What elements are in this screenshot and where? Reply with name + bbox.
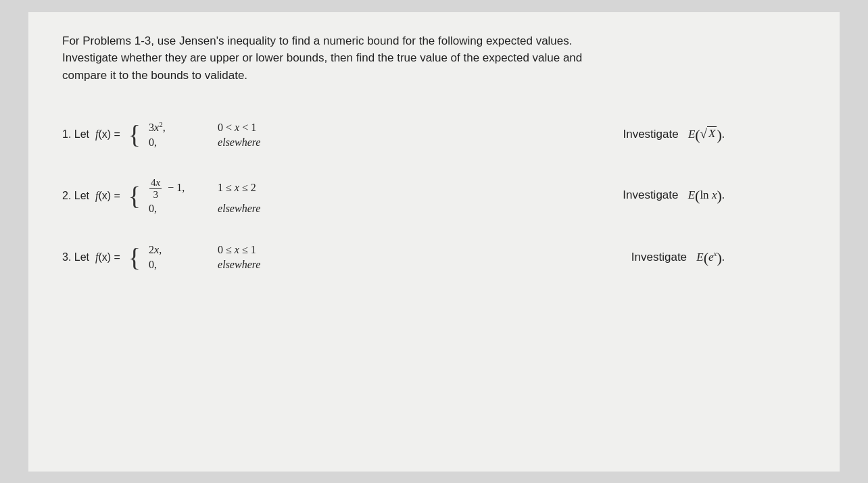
- problem-2-inv-expr: E(ln x).: [688, 188, 725, 201]
- problem-2-row: 2. Let f(x) = { 4x 3 − 1, 1 ≤ x ≤ 2: [62, 165, 806, 227]
- problem-3-expr2: 0,: [149, 259, 210, 271]
- problem-2-expr2: 0,: [149, 203, 210, 215]
- intro-line3: compare it to the bounds to validate.: [62, 69, 247, 82]
- problem-1-inv-expr: E(√X).: [688, 128, 725, 141]
- problem-3-brace: {: [128, 245, 141, 270]
- problem-1-cases: 3x2, 0 < x < 1 0, elsewhere: [149, 120, 260, 149]
- problems-list: 1. Let f(x) = { 3x2, 0 < x < 1 0, elsewh…: [62, 104, 806, 288]
- intro-paragraph: For Problems 1-3, use Jensen's inequalit…: [62, 32, 806, 84]
- problem-2-brace: {: [128, 183, 141, 209]
- problem-1-brace: {: [128, 122, 141, 147]
- problem-1-investigate: Investigate E(√X).: [623, 126, 725, 143]
- problem-3-cond1: 0 ≤ x ≤ 1: [218, 244, 256, 256]
- problem-2-label: 2. Let f(x) =: [62, 190, 120, 202]
- problem-3-inv-expr: E(ex).: [696, 251, 725, 263]
- problem-1-cond2: elsewhere: [218, 136, 260, 149]
- problem-2-case1: 4x 3 − 1, 1 ≤ x ≤ 2: [149, 177, 260, 200]
- problem-3-inv-label: Investigate: [631, 251, 694, 263]
- problem-2-cases: 4x 3 − 1, 1 ≤ x ≤ 2 0, elsewhere: [149, 177, 260, 215]
- problem-2-case2: 0, elsewhere: [149, 203, 260, 215]
- problem-3-investigate: Investigate E(ex).: [631, 249, 725, 265]
- problem-3-case1: 2x, 0 ≤ x ≤ 1: [149, 244, 260, 256]
- problem-1-row: 1. Let f(x) = { 3x2, 0 < x < 1 0, elsewh…: [62, 104, 806, 165]
- problem-3-expr1: 2x,: [149, 244, 210, 256]
- problem-3-left: 3. Let f(x) = { 2x, 0 ≤ x ≤ 1 0, elsewhe…: [62, 244, 260, 271]
- problem-2-expr1: 4x 3 − 1,: [149, 177, 210, 200]
- problem-3-cases: 2x, 0 ≤ x ≤ 1 0, elsewhere: [149, 244, 260, 271]
- problem-2-investigate: Investigate E(ln x).: [623, 188, 725, 203]
- main-page: For Problems 1-3, use Jensen's inequalit…: [28, 12, 840, 472]
- problem-3-row: 3. Let f(x) = { 2x, 0 ≤ x ≤ 1 0, elsewhe…: [62, 227, 806, 288]
- problem-1-cond1: 0 < x < 1: [218, 122, 256, 134]
- problem-3-label: 3. Let f(x) =: [62, 251, 120, 263]
- problem-1-inv-label: Investigate: [623, 128, 685, 141]
- intro-line1: For Problems 1-3, use Jensen's inequalit…: [62, 34, 573, 47]
- problem-1-expr1: 3x2,: [149, 120, 210, 134]
- problem-2-cond1: 1 ≤ x ≤ 2: [218, 182, 256, 194]
- problem-3-cond2: elsewhere: [218, 259, 260, 271]
- problem-2-cond2: elsewhere: [218, 203, 260, 215]
- problem-1-left: 1. Let f(x) = { 3x2, 0 < x < 1 0, elsewh…: [62, 120, 260, 149]
- problem-3-case2: 0, elsewhere: [149, 259, 260, 271]
- problem-2-left: 2. Let f(x) = { 4x 3 − 1, 1 ≤ x ≤ 2: [62, 177, 260, 215]
- problem-1-label: 1. Let f(x) =: [62, 128, 120, 141]
- problem-1-expr2: 0,: [149, 136, 210, 149]
- problem-2-inv-label: Investigate: [623, 188, 685, 201]
- problem-1-case1: 3x2, 0 < x < 1: [149, 120, 260, 134]
- intro-line2: Investigate whether they are upper or lo…: [62, 51, 582, 64]
- problem-1-case2: 0, elsewhere: [149, 136, 260, 149]
